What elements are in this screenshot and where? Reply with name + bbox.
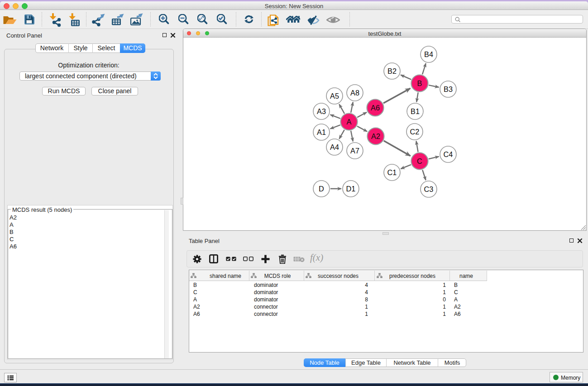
svg-text:A4: A4 xyxy=(330,143,339,151)
svg-text:A: A xyxy=(347,118,352,126)
svg-text:B: B xyxy=(417,79,422,87)
svg-text:A1: A1 xyxy=(317,128,326,136)
svg-text:A6: A6 xyxy=(371,104,380,112)
svg-text:B3: B3 xyxy=(444,85,453,93)
svg-text:A8: A8 xyxy=(350,89,359,97)
svg-text:B4: B4 xyxy=(424,50,433,58)
svg-text:C3: C3 xyxy=(424,185,434,193)
svg-text:C1: C1 xyxy=(387,168,397,176)
svg-text:B1: B1 xyxy=(411,107,420,115)
svg-text:C4: C4 xyxy=(444,150,453,158)
svg-text:D: D xyxy=(319,185,324,193)
svg-text:C: C xyxy=(417,157,422,165)
svg-text:A3: A3 xyxy=(317,107,326,115)
svg-text:A2: A2 xyxy=(371,132,380,140)
svg-text:A7: A7 xyxy=(350,147,359,155)
svg-text:B2: B2 xyxy=(387,67,397,75)
svg-text:A5: A5 xyxy=(330,92,339,100)
svg-text:D1: D1 xyxy=(346,185,356,193)
svg-text:C2: C2 xyxy=(410,128,420,136)
